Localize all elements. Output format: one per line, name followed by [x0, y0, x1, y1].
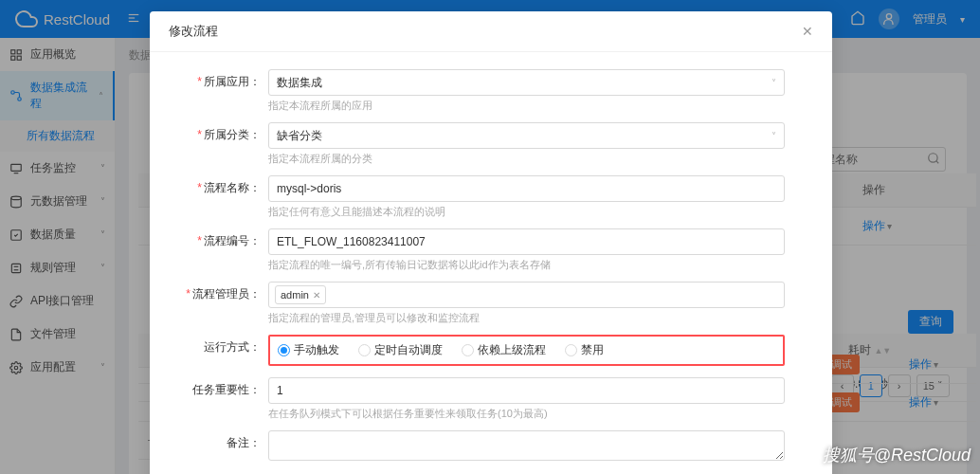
category-label: 所属分类： — [204, 128, 261, 141]
id-hint: 指定流程的唯一编号,所有传输日记数据将以此id作为表名存储 — [268, 258, 785, 272]
chevron-down-icon: ˅ — [771, 78, 776, 88]
chevron-down-icon: ˅ — [771, 131, 776, 141]
manager-label: 流程管理员： — [192, 287, 261, 301]
flow-name-input[interactable] — [268, 175, 785, 202]
mode-label: 运行方式： — [204, 340, 261, 354]
category-select[interactable]: 缺省分类˅ — [268, 122, 785, 149]
run-mode-group: 手动触发 定时自动调度 依赖上级流程 禁用 — [268, 335, 785, 366]
name-label: 流程名称： — [204, 181, 261, 194]
modal-title: 修改流程 — [169, 23, 218, 40]
mode-scheduled-radio[interactable]: 定时自动调度 — [358, 342, 443, 358]
mode-disabled-radio[interactable]: 禁用 — [565, 342, 604, 358]
priority-hint: 在任务队列模式下可以根据任务重要性来领取任务(10为最高) — [268, 407, 785, 421]
name-hint: 指定任何有意义且能描述本流程的说明 — [268, 205, 785, 219]
remark-textarea[interactable] — [268, 430, 785, 461]
radio-icon — [278, 344, 290, 356]
radio-icon — [358, 344, 371, 356]
app-label: 所属应用： — [204, 75, 261, 88]
radio-icon — [565, 344, 577, 356]
priority-input[interactable] — [268, 377, 785, 404]
mode-depend-radio[interactable]: 依赖上级流程 — [462, 342, 546, 358]
watermark: 搜狐号@RestCloud — [823, 444, 971, 466]
manager-hint: 指定流程的管理员,管理员可以修改和监控流程 — [268, 311, 785, 325]
manager-tag: admin✕ — [275, 285, 326, 304]
remove-tag-icon[interactable]: ✕ — [313, 290, 320, 301]
mode-manual-radio[interactable]: 手动触发 — [278, 342, 339, 358]
remark-label: 备注： — [227, 436, 261, 449]
radio-icon — [462, 344, 474, 356]
flow-id-input[interactable] — [268, 228, 785, 255]
priority-label: 任务重要性： — [192, 383, 261, 396]
app-hint: 指定本流程所属的应用 — [268, 99, 785, 113]
edit-flow-modal: 修改流程 ✕ *所属应用： 数据集成˅ 指定本流程所属的应用 *所属分类： 缺省… — [150, 11, 832, 474]
app-select[interactable]: 数据集成˅ — [268, 69, 785, 96]
manager-select[interactable]: admin✕ — [268, 282, 785, 308]
close-icon[interactable]: ✕ — [802, 24, 813, 39]
modal-header: 修改流程 ✕ — [150, 11, 832, 52]
id-label: 流程编号： — [204, 234, 261, 247]
category-hint: 指定本流程所属的分类 — [268, 152, 785, 166]
